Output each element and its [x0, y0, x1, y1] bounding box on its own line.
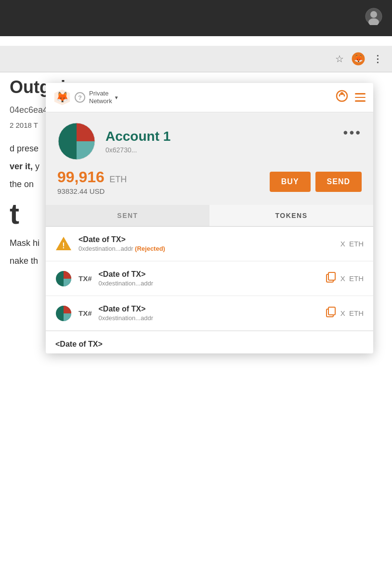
metamask-fox-tab-icon[interactable]: 🦊: [352, 52, 365, 66]
account-address[interactable]: 0x62730...: [105, 146, 334, 154]
tab-sent[interactable]: SENT: [46, 205, 209, 226]
tx-avatar-1: [55, 270, 72, 287]
svg-point-9: [340, 92, 343, 95]
svg-rect-19: [328, 307, 335, 315]
network-selector[interactable]: Private Network ▼: [89, 90, 119, 105]
account-info: Account 1 0x62730...: [105, 129, 334, 154]
chevron-down-icon: ▼: [114, 95, 119, 100]
account-name: Account 1: [105, 129, 334, 144]
warning-icon: !: [55, 236, 72, 252]
balance-left: 99,916 ETH 93832.44 USD: [57, 168, 127, 195]
tabs-row: SENT TOKENS: [46, 205, 373, 227]
tx-1-addr: 0xdestination...addr: [99, 280, 319, 287]
metamask-popup: 🦊 ? Private Network ▼: [46, 83, 373, 353]
tx-2-addr: 0xdestination...addr: [99, 314, 319, 322]
tx-1-date: <Date of TX>: [99, 270, 319, 279]
svg-text:🦊: 🦊: [56, 91, 69, 104]
balance-usd: 93832.44 USD: [57, 187, 127, 195]
transaction-list: ! <Date of TX> 0xdestination...addr (Rej…: [46, 227, 373, 353]
tx-2-details: <Date of TX> 0xdestination...addr: [99, 305, 319, 322]
tab-tokens[interactable]: TOKENS: [209, 205, 373, 226]
copy-icon-1[interactable]: [326, 272, 337, 285]
metamask-logo: 🦊: [53, 89, 71, 106]
tx-1-right: X ETH: [326, 272, 364, 285]
account-section: Account 1 0x62730... •••: [46, 112, 373, 168]
svg-text:!: !: [62, 242, 65, 250]
network-label: Private Network: [89, 90, 112, 105]
tx-rejected-date: <Date of TX>: [78, 235, 334, 244]
svg-point-1: [370, 11, 377, 18]
browser-top-bar: [0, 0, 392, 36]
tx-1-details: <Date of TX> 0xdestination...addr: [99, 270, 319, 287]
tx-partial[interactable]: <Date of TX>: [46, 331, 373, 353]
balance-eth-label: ETH: [109, 175, 127, 184]
svg-text:🦊: 🦊: [354, 54, 363, 63]
balance-eth-amount: 99,916: [57, 168, 105, 186]
tx-rejected-amount: X ETH: [340, 240, 364, 248]
popup-header-right: [336, 90, 366, 105]
buy-button[interactable]: BUY: [270, 172, 311, 192]
account-profile-icon[interactable]: [365, 8, 382, 28]
tx-id-2: TX#: [78, 309, 92, 317]
balance-section: 99,916 ETH 93832.44 USD BUY SEND: [46, 168, 373, 205]
sync-icon[interactable]: [336, 90, 348, 105]
account-menu-dots[interactable]: •••: [343, 125, 362, 140]
account-avatar: [57, 122, 96, 161]
tx-id-1: TX#: [78, 274, 92, 283]
popup-header: 🦊 ? Private Network ▼: [46, 83, 373, 112]
copy-icon-2[interactable]: [326, 307, 337, 320]
popup-header-left: 🦊 ? Private Network ▼: [53, 89, 119, 106]
help-icon[interactable]: ?: [75, 92, 85, 103]
balance-eth-row: 99,916 ETH: [57, 168, 127, 186]
hamburger-icon[interactable]: [355, 93, 366, 102]
tx-2-date: <Date of TX>: [99, 305, 319, 313]
tx-avatar-2: [55, 305, 72, 322]
send-button[interactable]: SEND: [315, 172, 362, 192]
tx-item-2[interactable]: TX# <Date of TX> 0xdestination...addr X …: [46, 296, 373, 331]
tx-item-rejected[interactable]: ! <Date of TX> 0xdestination...addr (Rej…: [46, 227, 373, 261]
tx-2-right: X ETH: [326, 307, 364, 320]
balance-buttons: BUY SEND: [270, 172, 362, 192]
tx-partial-date: <Date of TX>: [55, 340, 364, 349]
tx-rejected-addr: 0xdestination...addr (Rejected): [78, 245, 334, 252]
star-icon[interactable]: ☆: [335, 53, 344, 65]
browser-tab-bar: ☆ 🦊 ⋮: [0, 46, 392, 72]
tx-rejected-details: <Date of TX> 0xdestination...addr (Rejec…: [78, 235, 334, 252]
svg-rect-16: [328, 272, 335, 280]
more-menu-icon[interactable]: ⋮: [373, 53, 382, 65]
tx-item-1[interactable]: TX# <Date of TX> 0xdestination...addr X …: [46, 261, 373, 296]
